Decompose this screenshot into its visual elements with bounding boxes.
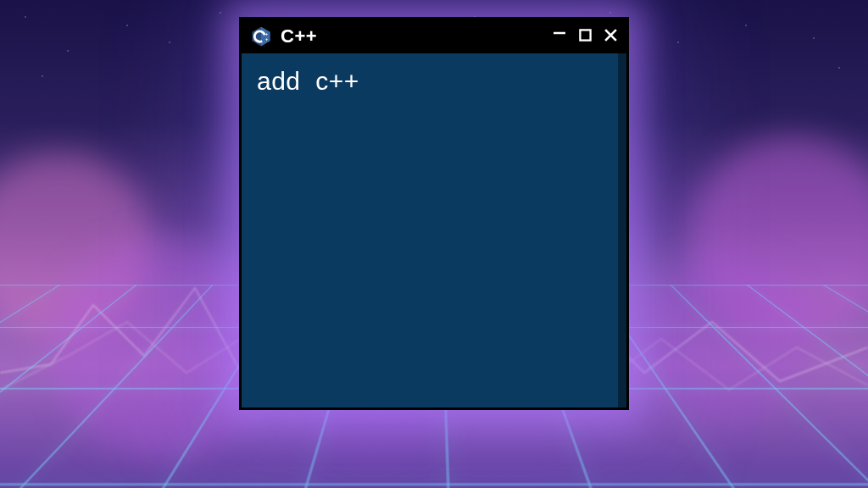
window-content[interactable]: add c++ bbox=[242, 53, 626, 408]
close-button[interactable] bbox=[603, 28, 618, 45]
minimize-button[interactable] bbox=[552, 21, 567, 43]
close-icon bbox=[604, 28, 618, 42]
maximize-icon bbox=[579, 29, 592, 42]
scrollbar-thumb[interactable] bbox=[618, 53, 626, 408]
maximize-button[interactable] bbox=[577, 29, 593, 44]
cpp-icon: + + bbox=[250, 25, 272, 47]
titlebar[interactable]: + + C++ bbox=[242, 19, 626, 53]
window-title: C++ bbox=[281, 25, 543, 47]
minimize-icon bbox=[553, 26, 566, 40]
scrollbar[interactable] bbox=[618, 53, 626, 408]
svg-rect-6 bbox=[580, 30, 590, 40]
window-controls bbox=[552, 25, 618, 47]
content-text: add c++ bbox=[257, 67, 611, 96]
app-window: + + C++ add c++ bbox=[239, 17, 629, 410]
